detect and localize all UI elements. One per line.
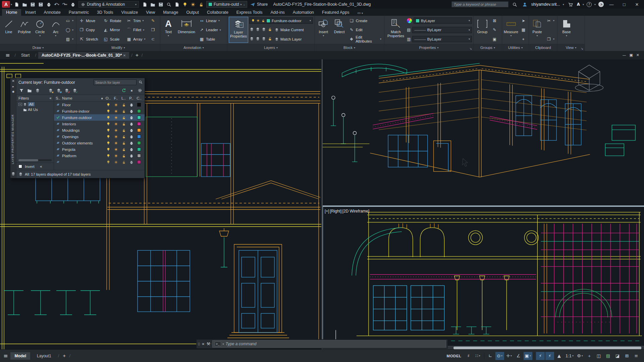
invert-collapse-icon[interactable]: « [40,164,42,169]
help-search-input[interactable] [451,1,508,7]
file-tabs-menu-icon[interactable]: ≡ [3,52,12,58]
new-filter-icon[interactable] [18,88,24,94]
quick-layer-select[interactable]: Furniture-outd ▾⌄ [206,1,247,8]
array-button[interactable]: ▦Array▾ [125,36,149,42]
tab-express-tools[interactable]: Express Tools [232,9,267,16]
palette-autohide-icon[interactable]: ▸ [12,85,14,88]
filters-scrollbar[interactable] [18,159,52,161]
create-block-button[interactable]: ❏Create [348,17,383,24]
tab-home[interactable]: Home [2,9,21,16]
tab-manage[interactable]: Manage [159,9,182,16]
panel-draw-footer[interactable]: Draw▾ [0,44,76,51]
offset-button[interactable]: ⊂ [149,36,159,42]
tab-parametric[interactable]: Parametric [65,9,93,16]
copy-button[interactable]: ❐Copy [78,27,101,33]
command-close-icon[interactable]: ✕ [202,342,205,346]
layer-off-icon[interactable] [249,27,254,33]
share-icon[interactable] [249,1,256,8]
vp-restore-icon[interactable]: ▣ [629,53,633,57]
annotation-visibility-icon[interactable]: ⚡ [536,352,545,360]
set-current-layer-icon[interactable]: ✓ [72,88,77,94]
tab-automation[interactable]: Automation [289,9,318,16]
batch-plot-icon[interactable] [69,1,76,8]
customization-icon[interactable]: ≡ [632,352,641,360]
tab-add-ins[interactable]: Add-ins [266,9,288,16]
copy-clip-icon[interactable]: ❐▾ [545,36,556,42]
palette-bottom-icon[interactable] [11,172,15,177]
share-label[interactable]: Share [257,2,268,7]
insert-button[interactable]: Insert▾ [316,17,331,43]
right-view-badge[interactable] [622,213,640,220]
polyline-button[interactable]: Polyline [17,17,32,43]
layer-lock-icon[interactable] [267,27,272,33]
viewport-plus-control[interactable]: [+] [325,209,329,214]
leader-button[interactable]: ↗Leader▾ [198,27,222,33]
notification-icon[interactable]: ◔ [598,2,604,7]
layer-thaw-all-icon[interactable] [255,37,260,42]
markup-icon[interactable] [173,1,180,8]
user-avatar-icon[interactable] [521,1,529,8]
layer-unisolate-icon[interactable] [249,37,254,42]
viewport-bottom-right-elevation[interactable]: Z RIGHT [323,207,644,346]
layer-search-input[interactable] [94,79,137,85]
layer-grid-header[interactable]: S.. Name▲ O.. F.. L.. P.. C.. [54,95,145,102]
autocad-logo[interactable]: A [2,1,10,8]
hatch-tool-icon[interactable]: ▨▾ [64,36,75,42]
annotation-scale-icon[interactable]: ▲ [555,352,564,360]
snap-mode-icon[interactable]: ∷▾ [474,352,482,360]
layer-isolate-icon[interactable] [255,27,260,33]
move-button[interactable]: ✛Move [78,17,101,24]
layer-freeze-icon[interactable] [261,27,266,33]
edit-block-button[interactable]: ✎Edit [348,27,383,33]
properties-palette-icon[interactable] [157,1,164,8]
close-button[interactable]: ✕ [632,1,642,8]
layer-properties-button[interactable]: Layer Properties [229,17,248,43]
object-snap-tracking-icon[interactable]: ∠ [514,352,523,360]
circle-button[interactable]: Circle ▾ [33,17,48,43]
make-current-button[interactable]: Make Current [273,27,305,33]
help-icon[interactable]: ? [587,2,592,7]
group-manager-icon[interactable]: ▣ [491,36,498,42]
panel-layers-footer[interactable]: Layers▾ [227,44,314,51]
scale-button[interactable]: ◱Scale [102,36,124,42]
render-icon[interactable] [149,1,156,8]
measure-button[interactable]: Measure▾ [503,17,519,43]
drawing-area[interactable]: 1982 [0,59,644,349]
new-layout-icon[interactable]: ＋ [62,353,66,359]
open-file-icon[interactable] [21,1,28,8]
layer-row[interactable]: Openings [54,133,145,140]
save-icon[interactable] [29,1,36,8]
model-tab[interactable]: Model [10,352,30,360]
viewport-view-control[interactable]: [Right] [330,209,342,214]
line-button[interactable]: Line [1,17,16,43]
panel-properties-footer[interactable]: Properties▾↘ [384,44,473,51]
lineweight-select[interactable]: ——— ByLayer ▾ [412,27,472,33]
invert-checkbox[interactable] [18,165,22,168]
settings-gear-icon[interactable] [137,88,143,94]
customize-wrench-icon[interactable]: ⚒ [207,342,210,346]
edit-attributes-button[interactable]: ❖Edit Attributes▾ [348,36,383,42]
layer-on-icon[interactable] [181,1,189,8]
panel-view-footer[interactable]: View▾↘ [557,44,585,51]
ribbon-display-toggle-icon[interactable]: ▭ ▾ [353,10,367,16]
cut-icon[interactable]: ✂▾ [545,17,556,24]
graphics-performance-icon[interactable]: ▤ [604,352,612,360]
panel-modify-footer[interactable]: Modify▾ [76,44,160,51]
arc-button[interactable]: Arc ▾ [48,17,63,43]
layer-search-icon[interactable] [139,80,143,85]
layer-unlock-icon[interactable] [197,1,205,8]
layer-row[interactable]: Mouldings [54,127,145,133]
tab-output[interactable]: Output [182,9,203,16]
filters-collapse-icon[interactable]: « [49,96,52,101]
detect-button[interactable]: Detect [332,17,346,43]
tab-collaborate[interactable]: Collaborate [203,9,232,16]
scrollbar-thumb[interactable] [453,347,641,349]
text-button[interactable]: A Text▾ [162,17,175,43]
new-tab-icon[interactable]: ＋ [135,52,140,58]
view-dialog-launcher-icon[interactable]: ↘ [581,47,583,50]
layout1-tab[interactable]: Layout1 [33,352,55,360]
ellipse-tool-icon[interactable]: ◯▾ [64,27,75,33]
plot-icon[interactable] [45,1,52,8]
minimize-button[interactable]: — [606,1,616,8]
match-properties-button[interactable]: Match Properties [386,17,406,43]
